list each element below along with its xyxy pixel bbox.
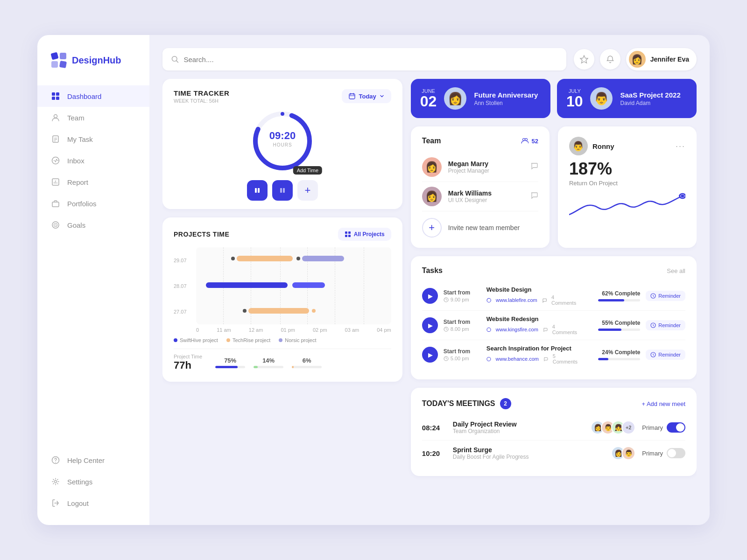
search-input[interactable]: [183, 56, 557, 63]
team-card: Team 52 👩 Megan Marry Project Manager: [411, 126, 550, 248]
sidebar-item-mytask-label: My Task: [67, 135, 93, 143]
event-card-1[interactable]: July 10 👨 SaaS Project 2022 David Adam: [557, 79, 697, 118]
meetings-title: TODAY'S MEETINGS: [422, 399, 495, 408]
comment-icon-0: [542, 298, 547, 303]
add-time-button[interactable]: Add Time +: [297, 180, 318, 201]
gantt-label-2: 28.07: [174, 283, 187, 289]
member-avatar-0: 👩: [422, 157, 442, 177]
sidebar-item-dashboard[interactable]: Dashboard: [37, 85, 149, 107]
meeting-sub-0: Team Organization: [453, 428, 584, 434]
more-options-button[interactable]: ···: [676, 141, 685, 151]
bar-pct-2: 6%: [303, 357, 311, 364]
reminder-icon-0: [650, 293, 656, 299]
team-member-1: 👩 Mark Williams UI UX Designer: [422, 182, 538, 211]
all-projects-button[interactable]: All Projects: [338, 228, 391, 241]
add-meeting-button[interactable]: + Add new meet: [641, 400, 685, 407]
time-tracker-card: TIME TRACKER WEEK TOTAL: 56H Today: [162, 79, 402, 209]
add-tooltip: Add Time: [293, 166, 322, 175]
meeting-row-0: 08:24 Daily Project Review Team Organiza…: [422, 415, 685, 441]
ronny-subtitle: Return On Project: [569, 180, 685, 187]
event-month-1: July: [566, 88, 583, 94]
invite-label: Invite new team member: [448, 224, 520, 231]
task-name-2: Search Inspiration for Project: [486, 345, 579, 352]
legend-techrise: TechRise project: [226, 337, 270, 343]
sidebar-item-report[interactable]: Report: [37, 171, 149, 193]
sidebar-item-portfolios[interactable]: Portfolios: [37, 193, 149, 214]
reminder-btn-1[interactable]: Reminder: [646, 320, 685, 330]
user-badge[interactable]: 👩 Jennifer Eva: [626, 48, 697, 70]
link-icon-2: [486, 357, 491, 362]
sidebar-item-team[interactable]: Team: [37, 107, 149, 128]
notification-icon-btn[interactable]: [600, 49, 620, 70]
member-role-1: UI UX Designer: [448, 197, 492, 203]
sidebar: DesignHub Dashboard Team My Task: [37, 35, 149, 525]
svg-rect-3: [59, 61, 67, 68]
meeting-toggle-1[interactable]: [667, 448, 685, 458]
clock-circle: 09:20 HOURS: [250, 108, 315, 174]
sidebar-item-goals-label: Goals: [67, 221, 85, 229]
svg-rect-37: [258, 188, 260, 193]
reminder-btn-0[interactable]: Reminder: [646, 291, 685, 301]
sidebar-item-portfolios-label: Portfolios: [67, 200, 97, 208]
task-play-2[interactable]: ▶: [422, 347, 438, 363]
today-button[interactable]: Today: [342, 89, 391, 103]
legend-swifthive: SwiftHive project: [174, 337, 218, 343]
meeting-time-1: 10:20: [422, 449, 446, 457]
chat-icon-0[interactable]: [530, 162, 538, 173]
meeting-primary-label-0: Primary: [642, 424, 663, 431]
svg-point-21: [55, 481, 57, 483]
sidebar-item-help[interactable]: Help Center: [37, 449, 149, 471]
task-play-1[interactable]: ▶: [422, 317, 438, 333]
tasks-card: Tasks See all ▶ Start from 9.00 pm: [411, 256, 697, 379]
search-bar[interactable]: [162, 48, 566, 70]
event-card-0[interactable]: June 02 👩 Future Anniversary Ann Stollen: [411, 79, 550, 118]
reminder-btn-2[interactable]: Reminder: [646, 350, 685, 360]
calendar-icon: [348, 92, 356, 100]
svg-rect-36: [255, 188, 257, 193]
left-column: TIME TRACKER WEEK TOTAL: 56H Today: [162, 79, 402, 512]
task-start-time-1: 8.00 pm: [444, 326, 481, 332]
task-link-2: www.behance.com: [496, 356, 539, 362]
svg-rect-24: [349, 94, 355, 99]
gantt-label-3: 27.07: [174, 309, 187, 315]
task-row-1: ▶ Start from 8.00 pm Website Redesign: [422, 311, 685, 340]
content-grid: TIME TRACKER WEEK TOTAL: 56H Today: [162, 79, 697, 512]
sidebar-item-logout[interactable]: Logout: [37, 492, 149, 514]
invite-button[interactable]: + Invite new team member: [422, 211, 538, 238]
pause-button[interactable]: [272, 180, 293, 201]
sidebar-item-inbox[interactable]: Inbox: [37, 150, 149, 171]
task-comments-1: 4 Comments: [552, 324, 579, 335]
meeting-primary-1: Primary: [642, 448, 685, 458]
play-button[interactable]: [247, 180, 268, 201]
clock-icon-1: [444, 327, 449, 332]
search-icon: [171, 55, 179, 63]
meeting-toggle-0[interactable]: [667, 422, 685, 433]
sidebar-item-settings[interactable]: Settings: [37, 471, 149, 492]
bar-pct-0: 75%: [224, 357, 236, 364]
svg-rect-42: [345, 235, 347, 237]
task-play-0[interactable]: ▶: [422, 288, 438, 304]
sidebar-item-goals[interactable]: Goals: [37, 214, 149, 236]
clock-icon-2: [444, 356, 449, 361]
user-name: Jennifer Eva: [650, 56, 689, 63]
svg-rect-7: [56, 97, 59, 100]
member-name-0: Megan Marry: [448, 160, 489, 168]
chat-icon-1[interactable]: [530, 191, 538, 202]
team-member-0: 👩 Megan Marry Project Manager: [422, 153, 538, 182]
time-label-5: 03 am: [345, 327, 359, 333]
svg-point-47: [681, 195, 684, 197]
header: 👩 Jennifer Eva: [162, 48, 697, 70]
meeting-time-0: 08:24: [422, 424, 446, 432]
task-icon: [50, 134, 61, 144]
sidebar-item-my-task[interactable]: My Task: [37, 128, 149, 150]
svg-point-20: [55, 462, 56, 463]
today-label: Today: [359, 93, 376, 100]
task-comments-0: 4 Comments: [551, 294, 578, 306]
event-title-1: SaaS Project 2022: [620, 91, 680, 99]
see-all-link[interactable]: See all: [667, 267, 685, 274]
member-avatar-1: 👩: [422, 187, 442, 206]
award-icon-btn[interactable]: [574, 49, 594, 70]
svg-rect-5: [56, 92, 59, 96]
svg-point-18: [55, 224, 56, 225]
project-time-label: Project Time: [174, 354, 202, 359]
